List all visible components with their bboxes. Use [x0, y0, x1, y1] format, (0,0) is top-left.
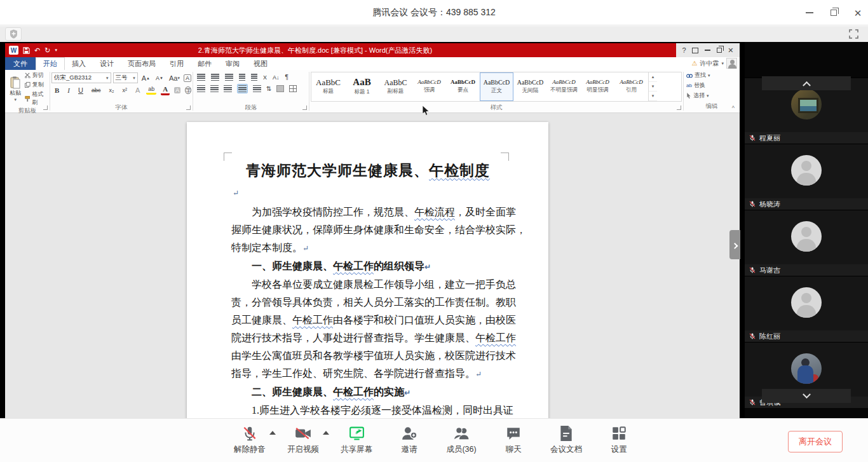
style-card-subtitle[interactable]: AaBbC副标题	[379, 72, 412, 101]
format-painter-button[interactable]: 格式刷	[25, 90, 48, 107]
tab-view[interactable]: 视图	[247, 57, 275, 70]
align-center-icon[interactable]	[210, 85, 219, 92]
enclose-character-button[interactable]: 字	[185, 86, 191, 94]
character-shading-button[interactable]: A	[174, 87, 180, 93]
start-video-button[interactable]: 开启视频	[287, 425, 319, 455]
leave-meeting-button[interactable]: 离开会议	[788, 431, 843, 452]
shading-icon[interactable]	[276, 85, 284, 92]
ribbon-display-options-icon[interactable]	[692, 48, 698, 53]
clipboard-dialog-launcher[interactable]	[43, 105, 48, 110]
paragraph-dialog-launcher[interactable]	[302, 105, 307, 110]
increase-indent-icon[interactable]	[251, 74, 257, 81]
style-card-no-spacing[interactable]: AaBbCcD无间隔	[513, 72, 547, 101]
tab-mailings[interactable]: 邮件	[191, 57, 219, 70]
styles-scroll-down-icon[interactable]: ▾	[649, 82, 657, 92]
settings-button[interactable]: 设置	[604, 425, 634, 455]
chat-button[interactable]: 聊天	[498, 425, 529, 455]
font-size-combo[interactable]: 三号▾	[113, 72, 138, 83]
members-icon	[453, 425, 470, 442]
align-left-icon[interactable]	[197, 85, 205, 92]
scroll-participants-down[interactable]	[762, 389, 851, 403]
tab-design[interactable]: 设计	[93, 57, 121, 70]
style-card-normal[interactable]: AaBbCcD正文	[480, 72, 513, 101]
style-card-subtle-emphasis[interactable]: AaBbCcD不明显强调	[547, 72, 581, 101]
restore-button[interactable]	[829, 8, 839, 18]
unmute-button[interactable]: 解除静音	[234, 425, 266, 455]
security-shield-button[interactable]	[5, 27, 22, 41]
align-right-icon[interactable]	[224, 85, 232, 92]
subscript-button[interactable]: x₂	[107, 86, 116, 94]
superscript-button[interactable]: x²	[120, 86, 129, 94]
account-area[interactable]: ⚠ 许中霖 ▾	[692, 58, 737, 69]
borders-icon[interactable]	[289, 85, 297, 92]
multilevel-list-icon[interactable]	[225, 74, 233, 81]
italic-button[interactable]: I	[65, 86, 72, 95]
members-button[interactable]: 成员(36)	[446, 425, 477, 455]
paste-caret-icon: ▾	[15, 97, 17, 102]
line-spacing-button[interactable]: ⇅	[266, 85, 271, 92]
grow-font-button[interactable]: A▲	[140, 74, 152, 83]
cut-icon	[25, 72, 31, 78]
find-button[interactable]: 查找▾	[686, 71, 737, 79]
show-hide-pilcrow-button[interactable]: ¶	[285, 74, 288, 81]
numbering-icon[interactable]	[211, 74, 219, 81]
video-options-caret[interactable]	[323, 431, 329, 435]
minimize-button[interactable]	[804, 8, 815, 18]
font-name-combo[interactable]: 仿宋_GB2312▾	[51, 72, 111, 83]
change-case-button[interactable]: Aa▾	[167, 74, 182, 83]
paste-button[interactable]: 粘贴 ▾	[6, 71, 25, 107]
cut-button[interactable]: 剪切	[25, 71, 48, 79]
sort-button[interactable]: A↓	[273, 74, 280, 81]
decrease-indent-icon[interactable]	[239, 74, 245, 81]
close-button[interactable]: ✕	[853, 8, 863, 18]
scroll-participants-up[interactable]	[762, 76, 851, 90]
style-card-strong[interactable]: AaBbCcD要点	[446, 72, 480, 101]
participant-tile[interactable]: 杨晓涛	[745, 144, 868, 210]
highlight-button[interactable]: ab	[146, 86, 156, 95]
style-card-heading1[interactable]: AaB标题 1	[345, 72, 379, 101]
doc-line: 责，分管领导具体负责，相关人员分工落实的工作责任制。教职	[231, 294, 505, 311]
font-dialog-launcher[interactable]	[186, 105, 191, 110]
participant-tile[interactable]: 陈红丽	[745, 276, 868, 342]
word-close-icon[interactable]: ✕	[728, 46, 733, 55]
style-card-title[interactable]: AaBbC标题	[311, 72, 345, 101]
copy-button[interactable]: 复制	[25, 81, 48, 89]
fullscreen-button[interactable]	[845, 27, 862, 41]
sidebar-collapse-handle[interactable]	[729, 230, 740, 259]
justify-button[interactable]	[237, 84, 248, 93]
strikethrough-button[interactable]: abc	[90, 86, 103, 94]
font-color-button[interactable]: A	[161, 85, 170, 95]
style-card-intense-emphasis[interactable]: AaBbCcD明显强调	[581, 72, 614, 101]
style-card-emphasis[interactable]: AaBbCcD强调	[412, 72, 446, 101]
text-effects-button[interactable]: A	[133, 86, 142, 95]
underline-button[interactable]: U	[76, 86, 85, 95]
tab-home[interactable]: 开始	[36, 57, 65, 70]
tab-references[interactable]: 引用	[163, 57, 191, 70]
tab-layout[interactable]: 页面布局	[121, 57, 163, 70]
meeting-docs-button[interactable]: 会议文档	[550, 425, 582, 455]
styles-scroll-up-icon[interactable]: ▴	[649, 72, 657, 82]
shrink-font-button[interactable]: A▼	[154, 74, 165, 82]
word-help-icon[interactable]: ?	[682, 46, 686, 54]
styles-dialog-launcher[interactable]	[677, 105, 681, 110]
word-minimize-icon[interactable]	[705, 50, 710, 51]
word-restore-icon[interactable]	[717, 48, 722, 53]
share-screen-button[interactable]: 共享屏幕	[341, 425, 372, 455]
asian-layout-button[interactable]: X	[263, 74, 267, 81]
collapse-ribbon-icon[interactable]: ^	[732, 105, 735, 111]
tab-file[interactable]: 文件	[5, 57, 36, 70]
style-card-quote[interactable]: AaBbCcD引用	[614, 72, 648, 101]
distribute-icon[interactable]	[253, 85, 261, 92]
styles-more-icon[interactable]: ▾	[649, 92, 657, 101]
select-button[interactable]: 选择▾	[686, 92, 737, 100]
invite-button[interactable]: 邀请	[394, 425, 424, 455]
participant-tile[interactable]: 马谢吉	[745, 210, 868, 276]
replace-button[interactable]: ab 替换	[686, 81, 737, 90]
document-page[interactable]: 青海师范大学师生健康晨、午检制度 ↵ 为加强学校疫情防控工作，规范晨、午检流程，…	[187, 122, 548, 418]
character-border-button[interactable]: A	[184, 74, 191, 82]
bold-button[interactable]: B	[53, 86, 61, 95]
bullets-icon[interactable]	[197, 74, 205, 81]
tab-insert[interactable]: 插入	[65, 57, 93, 70]
tab-review[interactable]: 审阅	[219, 57, 247, 70]
mic-options-caret[interactable]	[269, 431, 276, 435]
